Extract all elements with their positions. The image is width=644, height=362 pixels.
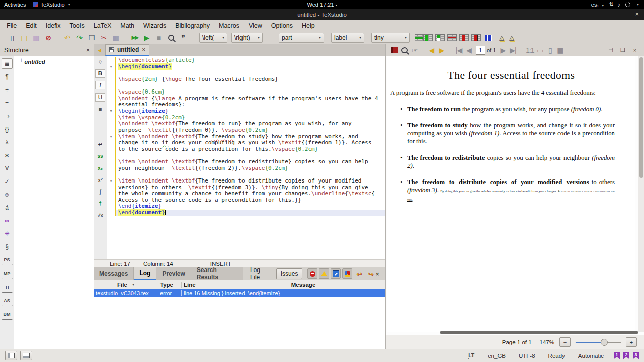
compile-icon[interactable]: ▶: [141, 32, 153, 43]
menu-view[interactable]: View: [244, 21, 267, 30]
bm-tab-icon[interactable]: BM: [2, 309, 13, 320]
tab-close-icon[interactable]: ×: [142, 46, 145, 53]
spell-language-indicator[interactable]: en_GB: [488, 353, 506, 359]
last-page-icon[interactable]: ▶|: [508, 45, 518, 55]
clock[interactable]: Wed 17:21 •: [0, 2, 644, 8]
prev-todo-icon[interactable]: △: [509, 34, 514, 41]
next-todo-icon[interactable]: △: [499, 34, 504, 41]
language-tool-indicator[interactable]: LT: [468, 352, 474, 359]
new-file-icon[interactable]: ▯: [6, 32, 18, 43]
menu-bibliography[interactable]: Bibliography: [171, 21, 214, 30]
misc-math-tab-icon[interactable]: ∀: [2, 163, 13, 173]
relation-symbols-tab-icon[interactable]: ÷: [2, 84, 13, 95]
log-tab-preview[interactable]: Preview: [156, 267, 191, 280]
add-column-icon[interactable]: [422, 32, 434, 43]
underline-icon[interactable]: U: [95, 93, 105, 102]
pdf-hand-tool-icon[interactable]: ☞: [410, 45, 420, 55]
ti-tab-icon[interactable]: TI: [2, 282, 13, 293]
zoom-slider[interactable]: [576, 338, 621, 346]
find-icon[interactable]: [165, 32, 177, 43]
bookmark-1[interactable]: 1: [614, 352, 620, 359]
cyrillic-tab-icon[interactable]: ж: [2, 150, 13, 160]
save-icon[interactable]: ▦: [30, 32, 42, 43]
dock-viewer-icon[interactable]: ⊣: [606, 45, 616, 55]
log-file-label[interactable]: Log File: [250, 266, 271, 281]
special-tab-icon[interactable]: ∞: [2, 215, 13, 226]
next-page-icon[interactable]: ▶: [498, 45, 508, 55]
dagger-icon[interactable]: †: [95, 199, 105, 208]
dock-splitter[interactable]: [94, 44, 94, 349]
align-center-icon[interactable]: ≡: [95, 117, 105, 125]
menu-file[interactable]: File: [2, 21, 21, 30]
structure-close-icon[interactable]: ×: [86, 47, 90, 54]
delimiters-tab-icon[interactable]: {}: [2, 124, 13, 134]
align-columns-icon[interactable]: [482, 32, 494, 43]
reference-dropdown[interactable]: label▾: [331, 33, 364, 43]
encoding-indicator[interactable]: UTF-8: [519, 353, 535, 359]
log-tab-messages[interactable]: Messages: [94, 267, 134, 280]
unicode-tab-icon[interactable]: ✳: [2, 228, 13, 239]
pdf-magnifier-icon[interactable]: [399, 45, 410, 55]
log-tab-search-results[interactable]: Search Results: [191, 267, 243, 280]
misc-text-tab-icon[interactable]: ✓: [2, 176, 13, 187]
col-message-label[interactable]: Message: [221, 282, 385, 288]
pdf-page-input[interactable]: [476, 46, 485, 55]
log-error-row[interactable]: texstudio_vC3043.tex error line 16 Missi…: [94, 289, 385, 297]
fold-arrow-icon[interactable]: ▼: [107, 134, 115, 140]
menu-help[interactable]: Help: [297, 21, 319, 30]
right-delimiter-dropdown[interactable]: \right)▾: [231, 33, 263, 43]
col-type-label[interactable]: Type: [158, 282, 181, 288]
diff-icon[interactable]: ◊: [95, 57, 105, 66]
errors-toggle-icon[interactable]: [307, 268, 317, 279]
bookmark-2[interactable]: 2: [623, 352, 629, 359]
prev-error-icon[interactable]: ↩: [354, 268, 364, 279]
pdf-forward-icon[interactable]: ▶: [437, 45, 447, 55]
menu-macros[interactable]: Macros: [214, 21, 244, 30]
italic-icon[interactable]: I: [95, 81, 105, 89]
integral-icon[interactable]: ∫: [95, 188, 105, 196]
system-tray[interactable]: ⇅♪: [609, 1, 620, 8]
brackets-tab-icon[interactable]: §: [2, 241, 13, 252]
fold-arrow-icon[interactable]: ▼: [107, 64, 115, 70]
fontsize-dropdown[interactable]: tiny▾: [371, 33, 410, 43]
scrollbar-thumb[interactable]: [639, 57, 643, 178]
paste-icon[interactable]: ▥: [110, 32, 122, 43]
menu-edit[interactable]: Edit: [21, 21, 41, 30]
sqrt-icon[interactable]: √x: [95, 211, 105, 220]
close-viewer-icon[interactable]: ×: [630, 45, 640, 55]
align-left-icon[interactable]: ≡: [95, 105, 105, 113]
pdf-back-icon[interactable]: ◀: [427, 45, 437, 55]
keyboard-layout-indicator[interactable]: es₁ ▾: [591, 2, 604, 8]
menu-wizards[interactable]: Wizards: [139, 21, 171, 30]
toggle-bottom-panel-button[interactable]: [20, 351, 32, 360]
next-error-icon[interactable]: ↪: [365, 268, 375, 279]
remove-column-icon[interactable]: [458, 32, 470, 43]
app-menu[interactable]: TeXstudio ▾: [33, 2, 70, 8]
badboxes-toggle-icon[interactable]: [331, 268, 341, 279]
accents-tab-icon[interactable]: á: [2, 202, 13, 213]
prev-page-icon[interactable]: ◀: [464, 45, 474, 55]
cut-column-icon[interactable]: [470, 32, 482, 43]
menu-options[interactable]: Options: [267, 21, 297, 30]
fit-page-icon[interactable]: ▯: [545, 45, 555, 55]
superscript-icon[interactable]: x²: [95, 175, 105, 184]
greek-tab-icon[interactable]: λ: [2, 137, 13, 147]
copy-icon[interactable]: ❐: [86, 32, 98, 43]
log-close-icon[interactable]: ×: [375, 270, 379, 278]
left-delimiter-dropdown[interactable]: \left(▾: [199, 33, 227, 43]
pdf-document-icon[interactable]: [389, 45, 399, 55]
operators-tab-icon[interactable]: =: [2, 98, 13, 108]
toggle-sidebar-button[interactable]: [5, 351, 17, 360]
menu-idefix[interactable]: Idefix: [41, 21, 65, 30]
slider-handle[interactable]: [601, 339, 608, 346]
newline-icon[interactable]: ↵: [95, 140, 105, 149]
stop-icon[interactable]: ■: [153, 32, 165, 43]
cut-icon[interactable]: ✂: [98, 32, 110, 43]
build-and-view-icon[interactable]: ▶▶: [129, 32, 141, 43]
grid-view-icon[interactable]: ▦: [555, 45, 565, 55]
pdf-vertical-scrollbar[interactable]: [638, 56, 644, 332]
undo-icon[interactable]: ↶: [61, 32, 73, 43]
zoom-in-button[interactable]: +: [626, 337, 637, 347]
col-line-label[interactable]: Line: [181, 282, 221, 288]
sectioning-dropdown[interactable]: part▾: [279, 33, 324, 43]
